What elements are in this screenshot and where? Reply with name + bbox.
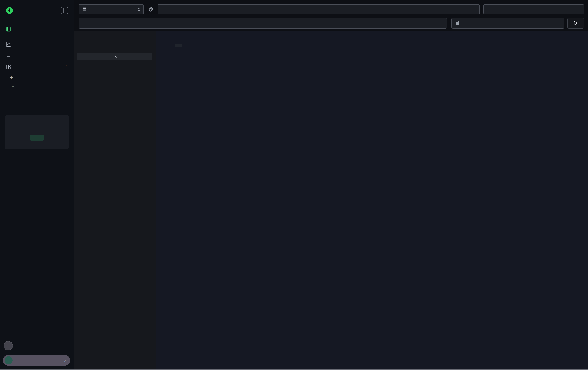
- filter-by-selection-button[interactable]: [175, 44, 182, 47]
- sidebar-presets-toggle[interactable]: ⌄: [0, 82, 74, 90]
- duration-heatmap-chart[interactable]: [156, 31, 588, 147]
- sidebar-bottom: ›: [0, 341, 74, 370]
- source-database-icon: [82, 7, 87, 12]
- local-mode-button[interactable]: ›: [3, 355, 70, 366]
- content: [74, 31, 588, 370]
- event-deltas-chart-area: [156, 31, 588, 370]
- laptop-icon: [6, 53, 11, 58]
- window-edge: [0, 369, 588, 370]
- sidebar-item-create-dashboard[interactable]: +: [0, 72, 74, 82]
- source-select[interactable]: [79, 4, 144, 14]
- dashboard-grid-icon: [6, 64, 11, 70]
- select-chevrons-icon: [138, 7, 141, 11]
- more-filters-button[interactable]: [77, 53, 152, 60]
- sidebar-item-clickhouse[interactable]: [0, 90, 74, 94]
- chevron-up-icon[interactable]: ⌃: [64, 65, 68, 69]
- chevron-down-icon: [114, 55, 118, 58]
- sidebar-collapse-icon[interactable]: [61, 7, 68, 14]
- run-query-button[interactable]: [567, 18, 584, 29]
- sidebar-item-client-sessions[interactable]: [0, 50, 74, 61]
- hyperdx-app: ⌃ + ⌄ ›: [0, 0, 588, 370]
- calendar-icon: [455, 20, 460, 26]
- logs-icon: [6, 26, 11, 32]
- select-query-input[interactable]: [158, 4, 480, 14]
- sidebar-item-chart-explorer[interactable]: [0, 39, 74, 50]
- chevron-down-icon: ⌄: [11, 84, 15, 88]
- user-avatar: [4, 356, 12, 364]
- play-icon: [574, 21, 578, 26]
- main-pane: [74, 0, 588, 370]
- date-range-picker[interactable]: [452, 18, 564, 29]
- sidebar-item-search[interactable]: [0, 23, 74, 35]
- gear-icon[interactable]: [148, 6, 154, 12]
- get-started-button[interactable]: [30, 135, 44, 140]
- search-input[interactable]: [83, 20, 439, 26]
- search-bar: [79, 18, 447, 29]
- sidebar-item-services[interactable]: [0, 94, 74, 98]
- plus-icon: +: [10, 75, 13, 80]
- hyperdx-logo-icon: [6, 6, 13, 14]
- chart-line-icon: [6, 42, 11, 47]
- sidebar: ⌃ + ⌄ ›: [0, 0, 74, 370]
- sidebar-item-dashboards[interactable]: ⌃: [0, 61, 74, 72]
- logo-row: [0, 0, 74, 16]
- topbar: [74, 0, 588, 31]
- clickhouse-cloud-promo: [5, 115, 69, 149]
- filters-panel: [74, 31, 156, 370]
- sidebar-item-kubernetes[interactable]: [0, 98, 74, 101]
- help-button[interactable]: [4, 341, 13, 350]
- order-by-input[interactable]: [483, 4, 584, 14]
- chevron-right-icon: ›: [64, 358, 66, 363]
